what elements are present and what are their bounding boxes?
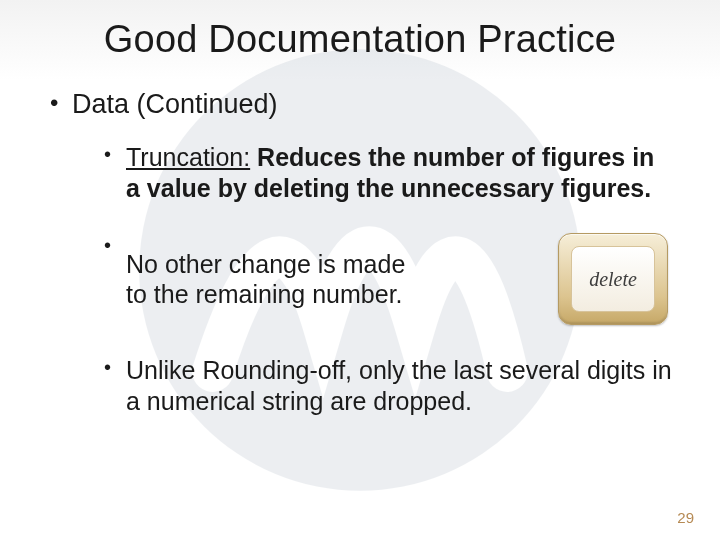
truncation-label: Truncation:: [126, 143, 250, 171]
bullet-truncation: Truncation: Reduces the number of figure…: [102, 142, 674, 203]
keycap: delete: [558, 233, 668, 325]
keycap-inner: delete: [571, 246, 655, 312]
keycap-label: delete: [589, 267, 637, 291]
bullet-unlike-rounding-text: Unlike Rounding-off, only the last sever…: [126, 356, 672, 415]
bullet-unlike-rounding: Unlike Rounding-off, only the last sever…: [102, 355, 674, 416]
level1-text: Data (Continued): [72, 89, 278, 119]
bullet-no-other-change: No other change is made to the remaining…: [102, 233, 674, 325]
delete-key-graphic: delete: [558, 233, 668, 325]
line1: No other change is made: [126, 250, 405, 278]
slide-content: Good Documentation Practice Data (Contin…: [0, 0, 720, 540]
bullet-no-other-change-text: No other change is made to the remaining…: [126, 249, 540, 310]
line2: to the remaining number.: [126, 280, 403, 308]
bullet-level1: Data (Continued) Truncation: Reduces the…: [46, 89, 674, 416]
slide-title: Good Documentation Practice: [46, 18, 674, 61]
